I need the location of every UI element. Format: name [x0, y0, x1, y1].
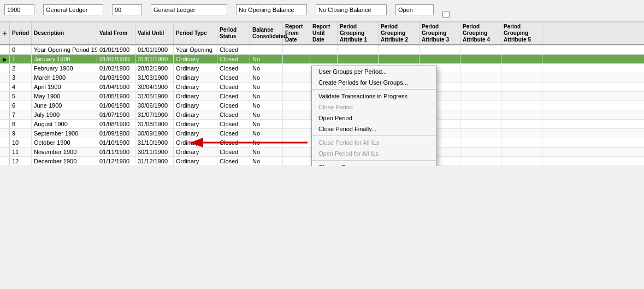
table-cell: No [250, 55, 283, 63]
table-cell: Closed [217, 148, 250, 156]
context-menu-item[interactable]: Change Company... [312, 162, 436, 166]
table-cell: 01/01/1900 [97, 45, 135, 54]
table-cell: No [250, 82, 283, 91]
col-header-pga2: Period Grouping Attribute 2 [379, 22, 420, 44]
table-cell: 31/07/1900 [135, 110, 174, 119]
table-cell: No [250, 157, 283, 166]
table-cell: 01/07/1900 [97, 110, 135, 119]
row-indicator [0, 64, 10, 73]
table-cell: June 1900 [32, 101, 97, 110]
table-cell: 31/05/1900 [135, 92, 174, 101]
table-cell: February 1900 [32, 64, 97, 73]
top-bar [0, 0, 644, 22]
row-indicator [0, 45, 10, 54]
menu-item-label: Open Period for All ILs [318, 150, 379, 157]
table-cell: 4 [10, 82, 32, 91]
menu-item-label: Validate Transactions in Progress [318, 93, 407, 99]
table-cell [283, 110, 310, 119]
table-cell [460, 82, 501, 91]
table-cell [283, 82, 310, 91]
table-cell: Ordinary [174, 101, 217, 110]
context-menu-item[interactable]: Create Periods for User Groups... [312, 77, 436, 88]
table-cell [283, 120, 310, 128]
context-menu-item[interactable]: Validate Transactions in Progress [312, 91, 436, 102]
table-cell: 01/02/1900 [97, 64, 135, 73]
table-cell: 10 [10, 138, 32, 147]
table-cell [310, 45, 338, 54]
col-header-report-from-date: Report From Date [283, 22, 310, 44]
table-cell: Closed [217, 92, 250, 101]
table-cell: 30/04/1900 [135, 82, 174, 91]
table-cell: 8 [10, 120, 32, 128]
context-menu-item[interactable]: Close Period Finally... [312, 123, 436, 134]
opening-balance-consolidated-checkbox[interactable] [442, 11, 450, 18]
table-cell: 6 [10, 101, 32, 110]
menu-item-label: Open Period [318, 115, 352, 121]
menu-divider [312, 135, 436, 136]
context-menu-item: Close Period [312, 102, 436, 113]
table-cell: Year Opening [174, 45, 217, 54]
row-indicator [0, 110, 10, 119]
table-cell [283, 148, 310, 156]
table-cell: No [250, 64, 283, 73]
table-cell [460, 73, 501, 82]
table-cell: Ordinary [174, 92, 217, 101]
table-cell [379, 55, 420, 63]
col-header-pga4: Period Grouping Attribute 4 [460, 22, 501, 44]
opening-balance-consolidated-group [442, 11, 452, 18]
table-cell [501, 120, 542, 128]
table-cell: Ordinary [174, 129, 217, 138]
table-cell: 31/03/1900 [135, 73, 174, 82]
table-cell: 01/09/1900 [97, 129, 135, 138]
table-cell: Closed [217, 64, 250, 73]
ledger-type-input[interactable] [43, 4, 103, 15]
table-cell: 30/06/1900 [135, 101, 174, 110]
ledger-desc-field-group [151, 3, 227, 15]
table-cell: Closed [217, 73, 250, 82]
table-cell [460, 129, 501, 138]
table-cell: 30/11/1900 [135, 148, 174, 156]
add-row-button[interactable]: + [0, 22, 10, 44]
menu-item-label: Close Period for All ILs [318, 139, 379, 146]
table-cell: Closed [217, 55, 250, 63]
table-cell: Ordinary [174, 120, 217, 128]
table-cell [501, 148, 542, 156]
context-menu-item[interactable]: Open Period [312, 113, 436, 123]
year-input[interactable] [4, 4, 34, 15]
table-cell [460, 55, 501, 63]
col-header-valid-from: Valid From [97, 22, 135, 44]
row-indicator [0, 55, 10, 63]
table-cell [460, 138, 501, 147]
table-cell: 0 [10, 45, 32, 54]
table-row[interactable]: 1January 190001/01/190031/01/1900Ordinar… [0, 55, 644, 64]
year-status-input[interactable] [395, 4, 434, 15]
menu-item-label: Create Periods for User Groups... [318, 79, 408, 86]
table-cell [420, 55, 460, 63]
table-cell: Ordinary [174, 55, 217, 63]
table-cell [501, 101, 542, 110]
table-cell: No [250, 120, 283, 128]
menu-divider [312, 89, 436, 90]
row-indicator [0, 92, 10, 101]
table-cell: Ordinary [174, 64, 217, 73]
year-status-field-group [395, 3, 434, 15]
table-cell [501, 92, 542, 101]
ledger-id-input[interactable] [112, 4, 142, 15]
row-indicator [0, 157, 10, 166]
table-cell [501, 73, 542, 82]
table-cell: 5 [10, 92, 32, 101]
row-indicator [0, 73, 10, 82]
table-cell: 01/04/1900 [97, 82, 135, 91]
table-cell: No [250, 138, 283, 147]
opening-balances-input[interactable] [236, 4, 307, 15]
table-cell [501, 55, 542, 63]
row-indicator [0, 82, 10, 91]
table-cell [283, 64, 310, 73]
row-indicator [0, 120, 10, 128]
table-cell [379, 45, 420, 54]
context-menu-item[interactable]: User Groups per Period... [312, 66, 436, 77]
closing-balances-input[interactable] [316, 4, 387, 15]
table-row[interactable]: 0Year Opening Period 190001/01/190001/01… [0, 45, 644, 55]
year-field-group [4, 3, 34, 15]
ledger-desc-input[interactable] [151, 4, 227, 15]
